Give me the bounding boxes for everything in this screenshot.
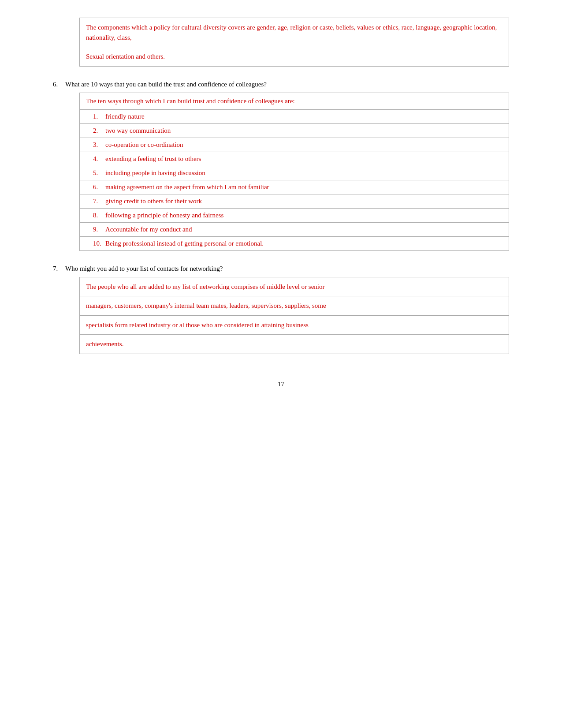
list-item-9-text: Accountable for my conduct and (105, 226, 192, 233)
list-item-1-text: friendly nature (105, 113, 145, 120)
list-item-5: 5. including people in having discussion (80, 166, 509, 180)
q7-cell-2: managers, customers, company's internal … (80, 296, 509, 316)
question-6-label: 6. What are 10 ways that you can build t… (53, 81, 509, 88)
top-cell-2: Sexual orientation and others. (80, 47, 509, 66)
question-6-text: What are 10 ways that you can build the … (65, 81, 267, 88)
list-item-4: 4. extending a feeling of trust to other… (80, 152, 509, 166)
list-item-8-text: following a principle of honesty and fai… (105, 212, 223, 219)
list-item-3-num: 3. (93, 141, 103, 149)
top-section: The components which a policy for cultur… (53, 18, 509, 67)
list-item-2-text: two way communication (105, 127, 171, 134)
list-item-10-num: 10. (93, 240, 103, 247)
list-item-7: 7. giving credit to others for their wor… (80, 194, 509, 209)
list-item-6-text: making agreement on the aspect from whic… (105, 183, 269, 191)
question-6-answer-header: The ten ways through which I can build t… (80, 93, 509, 110)
question-7-text: Who might you add to your list of contac… (65, 265, 223, 273)
question-7-label: 7. Who might you add to your list of con… (53, 265, 509, 273)
list-item-7-num: 7. (93, 198, 103, 205)
list-item-10-text: Being professional instead of getting pe… (105, 240, 264, 247)
list-item-1: 1. friendly nature (80, 110, 509, 124)
q7-cell-1: The people who all are added to my list … (80, 277, 509, 297)
question-6-answer-box: The ten ways through which I can build t… (79, 93, 509, 251)
page-number: 17 (278, 381, 284, 388)
list-item-10: 10. Being professional instead of gettin… (80, 237, 509, 250)
question-7-number: 7. (53, 265, 62, 273)
list-item-6: 6. making agreement on the aspect from w… (80, 180, 509, 194)
top-cell-1: The components which a policy for cultur… (80, 18, 509, 47)
list-item-9: 9. Accountable for my conduct and (80, 223, 509, 237)
q7-cell-3: specialists form related industry or al … (80, 316, 509, 335)
list-item-2-num: 2. (93, 127, 103, 134)
list-item-8: 8. following a principle of honesty and … (80, 209, 509, 223)
question-7-answer-box: The people who all are added to my list … (79, 277, 509, 354)
list-item-8-num: 8. (93, 212, 103, 219)
list-item-5-text: including people in having discussion (105, 169, 205, 177)
list-item-3-text: co-operation or co-ordination (105, 141, 183, 149)
list-item-4-text: extending a feeling of trust to others (105, 155, 201, 163)
list-item-9-num: 9. (93, 226, 103, 233)
question-6-number: 6. (53, 81, 62, 88)
list-item-5-num: 5. (93, 169, 103, 177)
list-item-1-num: 1. (93, 113, 103, 120)
page-footer: 17 (53, 381, 509, 388)
question-6-block: 6. What are 10 ways that you can build t… (53, 81, 509, 251)
page-content: The components which a policy for cultur… (53, 18, 509, 388)
list-item-2: 2. two way communication (80, 124, 509, 138)
list-item-6-num: 6. (93, 183, 103, 191)
top-answer-box: The components which a policy for cultur… (79, 18, 509, 67)
q7-cell-4: achievements. (80, 335, 509, 354)
list-item-4-num: 4. (93, 155, 103, 163)
list-item-7-text: giving credit to others for their work (105, 198, 202, 205)
list-item-3: 3. co-operation or co-ordination (80, 138, 509, 152)
question-7-block: 7. Who might you add to your list of con… (53, 265, 509, 354)
